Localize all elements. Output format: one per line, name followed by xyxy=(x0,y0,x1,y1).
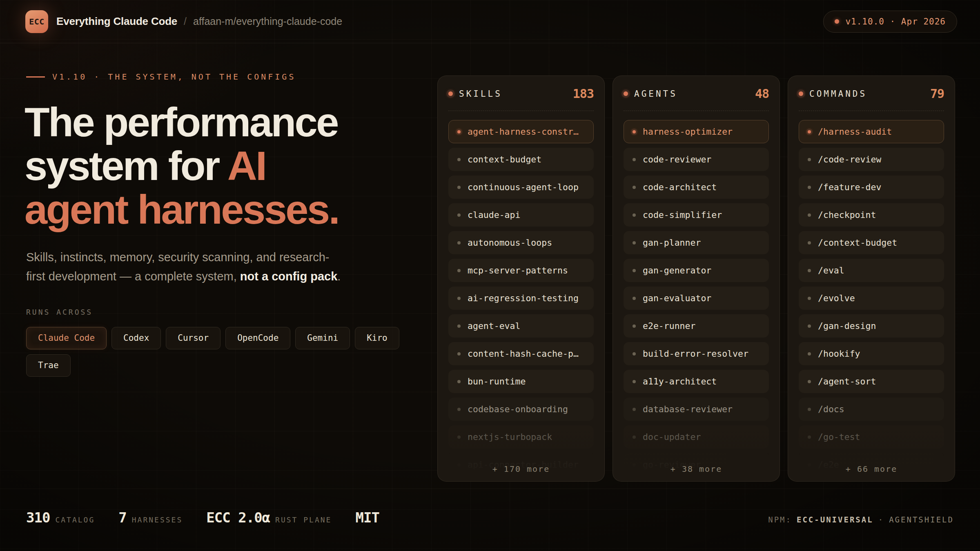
bullet-dot-icon xyxy=(633,241,636,244)
commands-more-label[interactable]: + 66 more xyxy=(788,464,955,474)
subtitle-line2: first development — a complete system, xyxy=(26,270,240,283)
card-dot-icon xyxy=(624,91,628,96)
skill-list-item[interactable]: claude-api xyxy=(448,203,594,227)
agents-card-title: AGENTS xyxy=(634,89,677,99)
agent-list-item[interactable]: code-simplifier xyxy=(624,203,769,227)
skill-list-item[interactable]: mcp-server-patterns xyxy=(448,259,594,282)
agents-more-label[interactable]: + 38 more xyxy=(613,464,780,474)
command-list-item[interactable]: /go-test xyxy=(799,425,944,449)
bullet-dot-icon xyxy=(808,158,811,161)
headline-accent-harnesses: agent harnesses. xyxy=(24,187,339,232)
command-list-item[interactable]: /hookify xyxy=(799,342,944,365)
command-list-item[interactable]: /context-budget xyxy=(799,231,944,254)
harness-chip[interactable]: OpenCode xyxy=(225,327,290,349)
skill-label: content-hash-cache-p… xyxy=(468,349,579,359)
agent-list-item[interactable]: code-reviewer xyxy=(624,148,769,171)
skill-list-item[interactable]: agent-eval xyxy=(448,314,594,338)
bullet-dot-icon xyxy=(457,186,461,189)
agent-list-item[interactable]: e2e-runner xyxy=(624,314,769,338)
bullet-dot-icon xyxy=(633,130,636,133)
page-title: The performance system for AI agent harn… xyxy=(24,100,402,231)
commands-count: 79 xyxy=(930,87,944,101)
command-list-item[interactable]: /agent-sort xyxy=(799,370,944,393)
repo-link[interactable]: affaan-m/everything-claude-code xyxy=(193,16,342,27)
harness-chip[interactable]: Codex xyxy=(111,327,161,349)
skill-list-item[interactable]: agent-harness-constr… xyxy=(448,120,594,143)
bullet-dot-icon xyxy=(808,213,811,217)
status-dot-icon xyxy=(835,19,839,24)
command-list-item[interactable]: /gan-design xyxy=(799,314,944,338)
command-list-item[interactable]: /code-review xyxy=(799,148,944,171)
ecc-logo-text: ECC xyxy=(29,18,45,26)
subtitle-line1: Skills, instincts, memory, security scan… xyxy=(26,248,402,267)
subtitle-bold: not a config pack xyxy=(240,270,337,283)
command-label: /agent-sort xyxy=(818,376,876,387)
skill-label: agent-eval xyxy=(468,321,520,331)
skill-list-item[interactable]: context-budget xyxy=(448,148,594,171)
skill-list-item[interactable]: bun-runtime xyxy=(448,370,594,393)
stat-label: RUST PLANE xyxy=(275,515,332,524)
commands-card-title: COMMANDS xyxy=(809,89,867,99)
stat-value: 7 xyxy=(118,509,126,526)
bullet-dot-icon xyxy=(808,130,811,133)
dashed-divider xyxy=(799,111,944,111)
bullet-dot-icon xyxy=(633,297,636,300)
bullet-dot-icon xyxy=(457,297,461,300)
skill-list-item[interactable]: nextjs-turbopack xyxy=(448,425,594,449)
agent-list-item[interactable]: doc-updater xyxy=(624,425,769,449)
command-label: /feature-dev xyxy=(818,182,881,192)
command-list-item[interactable]: /checkpoint xyxy=(799,203,944,227)
bullet-dot-icon xyxy=(457,324,461,328)
commands-list: /harness-audit /code-review /feature-dev xyxy=(799,120,944,476)
command-label: /harness-audit xyxy=(818,127,892,137)
bullet-dot-icon xyxy=(808,352,811,355)
skill-list-item[interactable]: ai-regression-testing xyxy=(448,287,594,310)
agents-list: harness-optimizer code-reviewer code-arc… xyxy=(624,120,769,476)
agent-list-item[interactable]: gan-generator xyxy=(624,259,769,282)
bullet-dot-icon xyxy=(457,380,461,383)
agent-label: database-reviewer xyxy=(643,404,733,414)
bullet-dot-icon xyxy=(808,435,811,439)
harness-chip[interactable]: Trae xyxy=(26,354,71,377)
npm-info: NPM: ECC-UNIVERSAL · AGENTSHIELD xyxy=(768,515,954,524)
agent-label: build-error-resolver xyxy=(643,349,748,359)
skill-list-item[interactable]: autonomous-loops xyxy=(448,231,594,254)
skill-list-item[interactable]: continuous-agent-loop xyxy=(448,176,594,199)
agent-list-item[interactable]: gan-evaluator xyxy=(624,287,769,310)
agent-list-item[interactable]: code-architect xyxy=(624,176,769,199)
command-list-item[interactable]: /evolve xyxy=(799,287,944,310)
stat-group: 7 HARNESSES xyxy=(118,509,183,526)
commands-card: COMMANDS 79 /harness-audit /code-review xyxy=(788,76,955,482)
stat-value: 310 xyxy=(26,509,50,526)
harness-chip[interactable]: Gemini xyxy=(295,327,350,349)
agent-list-item[interactable]: database-reviewer xyxy=(624,398,769,421)
agent-list-item[interactable]: a11y-architect xyxy=(624,370,769,393)
command-list-item[interactable]: /docs xyxy=(799,398,944,421)
stat-label: CATALOG xyxy=(55,515,95,524)
agent-label: a11y-architect xyxy=(643,376,717,387)
headline-line1: The performance xyxy=(24,99,338,145)
command-list-item[interactable]: /eval xyxy=(799,259,944,282)
version-badge[interactable]: v1.10.0 · Apr 2026 xyxy=(823,11,957,33)
version-text: v1.10.0 · Apr 2026 xyxy=(845,17,946,27)
command-list-item[interactable]: /harness-audit xyxy=(799,120,944,143)
bullet-dot-icon xyxy=(457,435,461,439)
stat-value: ECC 2.0α xyxy=(206,509,270,526)
skill-list-item[interactable]: content-hash-cache-p… xyxy=(448,342,594,365)
ecc-logo[interactable]: ECC xyxy=(25,10,48,33)
bullet-dot-icon xyxy=(633,380,636,383)
skills-more-label[interactable]: + 170 more xyxy=(438,464,604,474)
agent-list-item[interactable]: build-error-resolver xyxy=(624,342,769,365)
harness-chip[interactable]: Kiro xyxy=(355,327,399,349)
skill-list-item[interactable]: codebase-onboarding xyxy=(448,398,594,421)
bullet-dot-icon xyxy=(457,269,461,272)
agent-label: doc-updater xyxy=(643,432,701,442)
harness-chip[interactable]: Claude Code xyxy=(26,327,107,349)
top-header: ECC Everything Claude Code / affaan-m/ev… xyxy=(0,0,980,43)
skills-count: 183 xyxy=(573,87,594,101)
harness-chip[interactable]: Cursor xyxy=(166,327,220,349)
bullet-dot-icon xyxy=(457,241,461,244)
command-list-item[interactable]: /feature-dev xyxy=(799,176,944,199)
agent-list-item[interactable]: gan-planner xyxy=(624,231,769,254)
agent-list-item[interactable]: harness-optimizer xyxy=(624,120,769,143)
